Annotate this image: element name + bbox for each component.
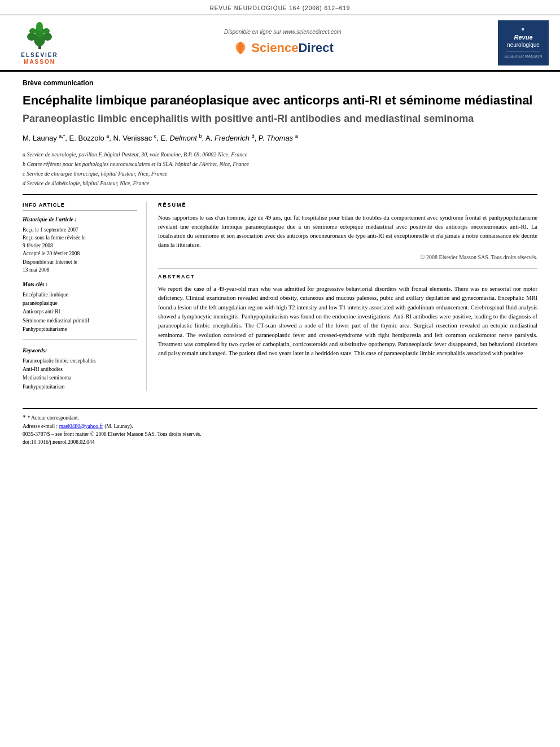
asterisk-symbol: *: [23, 413, 26, 421]
journal-header: REVUE NEUROLOGIQUE 164 (2008) 612–619: [0, 0, 560, 15]
historique-item-4: Accepté le 20 février 2008: [23, 250, 137, 257]
svg-point-4: [27, 33, 36, 41]
doi-text: doi:10.1016/j.neurol.2008.02.044: [23, 439, 94, 445]
affiliations: a Service de neurologie, pavillon F, hôp…: [23, 150, 537, 195]
historique-item-2: Reçu sous la forme révisée le: [23, 234, 137, 242]
revue-neurologique-logo: ■ Revue neurologique ELSEVIER MASSON: [498, 20, 549, 65]
neurologique-text: neurologique: [507, 41, 540, 49]
historique-item-5: Disponible sur Internet le: [23, 258, 137, 266]
keywords-title: Keywords:: [23, 347, 137, 355]
left-column: INFO ARTICLE Historique de l'article : R…: [23, 202, 147, 391]
historique-item-1: Reçu le 1 septembre 2007: [23, 226, 137, 234]
keyword-3: Mediastinal seminoma: [23, 374, 137, 382]
historique-item-3: 9 février 2008: [23, 242, 137, 250]
auteur-correspondant: * Auteur correspondant.: [27, 415, 79, 421]
svg-point-7: [43, 28, 50, 34]
elsevier-brand-text: ELSEVIER MASSON: [21, 52, 58, 65]
svg-point-3: [36, 22, 43, 31]
revue-text: Revue: [514, 33, 532, 41]
mots-cles-title: Mots clés :: [23, 281, 137, 289]
article-title-french: Encéphalite limbique paranéoplasique ave…: [23, 93, 537, 108]
article-content: Brève communication Encéphalite limbique…: [0, 72, 560, 403]
authors: M. Launay a,*, E. Bozzolo a, N. Venissac…: [23, 132, 537, 145]
historique-item-6: 13 mai 2008: [23, 266, 137, 274]
affiliation-b: b Centre référent pour les pathologies n…: [23, 160, 537, 169]
historique-title: Historique de l'article :: [23, 216, 137, 224]
resume-title: RÉSUMÉ: [158, 202, 537, 209]
mot-cle-1: Encéphalite limbique: [23, 291, 137, 299]
mot-cle-2: paranéoplasique: [23, 299, 137, 308]
mots-cles-list: Encéphalite limbique paranéoplasique Ant…: [23, 291, 137, 334]
center-logo: Disponible en ligne sur www.sciencedirec…: [68, 28, 498, 57]
keyword-4: Panhypopituitarism: [23, 383, 137, 391]
affiliation-d: d Service de diabétologie, hôpital Paste…: [23, 179, 537, 188]
mot-cle-4: Séminome médiastinal primitif: [23, 317, 137, 325]
abstract-title: ABSTRACT: [158, 273, 537, 281]
copyright-text: © 2008 Elsevier Masson SAS. Tous droits …: [158, 254, 537, 261]
keyword-1: Paraneoplastic limbic encephalitis: [23, 357, 137, 365]
mot-cle-3: Anticorps anti-RI: [23, 308, 137, 316]
article-title-english: Paraneoplastic limbic encephalitis with …: [23, 112, 537, 125]
email-link[interactable]: mael0480@yahoo.fr: [59, 423, 103, 429]
elsevier-tree-icon: [21, 20, 58, 51]
issn-text: 0035-3787/$ – see front matter © 2008 El…: [23, 431, 202, 437]
keywords-list: Paraneoplastic limbic encephalitis Anti-…: [23, 357, 137, 391]
two-column-layout: INFO ARTICLE Historique de l'article : R…: [23, 202, 537, 391]
affiliation-a: a Service de neurologie, pavillon F, hôp…: [23, 150, 537, 159]
svg-point-5: [43, 33, 52, 41]
affiliation-c: c Service de chirurgie thoracique, hôpit…: [23, 169, 537, 178]
keyword-2: Anti-RI antibodies: [23, 365, 137, 374]
sciencedirect-text: ScienceDirect: [251, 40, 334, 57]
right-column: RÉSUMÉ Nous rapportons le cas d'un homme…: [147, 202, 537, 391]
logo-bar: ELSEVIER MASSON Disponible en ligne sur …: [0, 15, 560, 72]
svg-point-6: [29, 28, 36, 34]
email-label: Adresse e-mail : mael0480@yahoo.fr (M. L…: [23, 423, 133, 429]
sciencedirect-icon: [232, 40, 249, 56]
sciencedirect-logo: ScienceDirect: [232, 40, 334, 57]
article-type: Brève communication: [23, 78, 537, 88]
resume-text: Nous rapportons le cas d'un homme, âgé d…: [158, 213, 537, 250]
mot-cle-5: Panhypopituitarisme: [23, 325, 137, 334]
footer: * * Auteur correspondant. Adresse e-mail…: [23, 408, 537, 447]
available-text: Disponible en ligne sur www.sciencedirec…: [224, 28, 342, 36]
footer-note: * * Auteur correspondant. Adresse e-mail…: [23, 412, 537, 447]
abstract-text: We report the case of a 49-year-old man …: [158, 285, 537, 358]
elsevier-logo: ELSEVIER MASSON: [11, 20, 68, 65]
info-article-title: INFO ARTICLE: [23, 202, 137, 211]
